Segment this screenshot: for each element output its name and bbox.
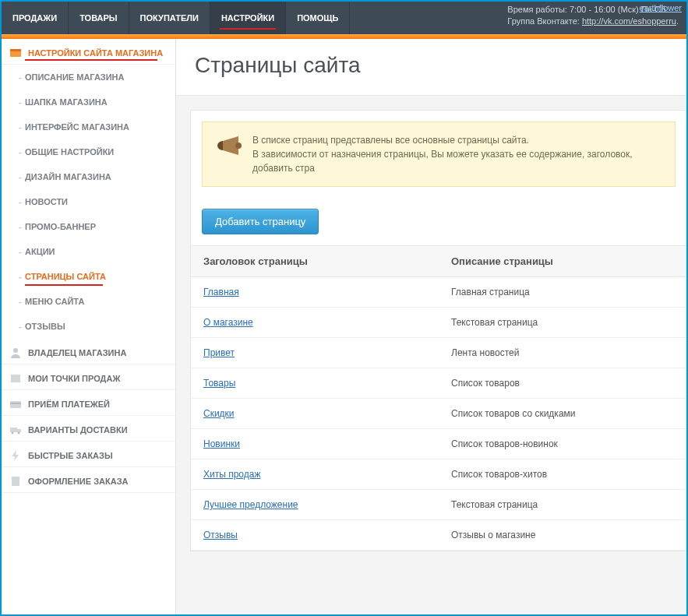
settings-icon	[9, 47, 22, 59]
sidebar-section-quick-orders[interactable]: БЫСТРЫЕ ЗАКАЗЫ	[2, 442, 175, 467]
sidebar-section-payments[interactable]: ПРИЁМ ПЛАТЕЖЕЙ	[2, 390, 175, 416]
vk-link[interactable]: http://vk.com/eshopperru	[582, 16, 676, 26]
svg-rect-10	[12, 477, 19, 486]
page-link[interactable]: О магазине	[203, 317, 253, 328]
add-page-button[interactable]: Добавить страницу	[202, 209, 319, 234]
sub-label: ШАПКА МАГАЗИНА	[25, 97, 108, 107]
col-header-desc: Описание страницы	[439, 246, 686, 277]
top-nav: ПРОДАЖИ ТОВАРЫ ПОКУПАТЕЛИ НАСТРОЙКИ ПОМО…	[2, 2, 350, 34]
section-label: МОИ ТОЧКИ ПРОДАЖ	[28, 374, 120, 383]
sidebar-item-reviews[interactable]: ОТЗЫВЫ	[2, 314, 175, 339]
page-desc: Текстовая страница	[439, 308, 686, 338]
nav-sales[interactable]: ПРОДАЖИ	[2, 2, 69, 34]
sub-label: ОБЩИЕ НАСТРОЙКИ	[25, 147, 114, 157]
nav-products[interactable]: ТОВАРЫ	[69, 2, 129, 34]
nav-label: ПРОДАЖИ	[12, 13, 57, 23]
page-link[interactable]: Привет	[203, 347, 235, 358]
vk-label: Группа Вконтакте:	[507, 16, 579, 26]
sidebar-item-header[interactable]: ШАПКА МАГАЗИНА	[2, 90, 175, 114]
sub-label: НОВОСТИ	[25, 197, 68, 206]
sidebar-item-general[interactable]: ОБЩИЕ НАСТРОЙКИ	[2, 139, 175, 164]
sidebar-item-pages[interactable]: СТРАНИЦЫ САЙТА	[2, 264, 175, 289]
nav-customers[interactable]: ПОКУПАТЕЛИ	[129, 2, 210, 34]
sidebar-section-delivery[interactable]: ВАРИАНТЫ ДОСТАВКИ	[2, 416, 175, 442]
megaphone-icon	[215, 133, 242, 157]
user-icon	[9, 347, 22, 359]
page-title: Страницы сайта	[176, 39, 686, 96]
table-row: СкидкиСписок товаров со скидками	[191, 399, 686, 429]
section-label: НАСТРОЙКИ САЙТА МАГАЗИНА	[28, 48, 163, 58]
nav-label: ПОКУПАТЕЛИ	[140, 13, 199, 23]
table-row: Хиты продажСписок товаров-хитов	[191, 459, 686, 490]
sub-label: ОТЗЫВЫ	[25, 322, 65, 331]
info-line2: В зависимости от назначения страницы, Вы…	[252, 147, 664, 175]
col-header-title: Заголовок страницы	[191, 246, 439, 277]
sidebar-item-menu[interactable]: МЕНЮ САЙТА	[2, 289, 175, 314]
main-content: Страницы сайта В списке страниц представ…	[176, 39, 686, 614]
svg-rect-6	[10, 428, 17, 432]
page-desc: Список товаров-новинок	[439, 429, 686, 459]
map-icon	[9, 372, 22, 385]
svg-rect-7	[17, 429, 21, 432]
sidebar-item-actions[interactable]: АКЦИИ	[2, 239, 175, 264]
sidebar: НАСТРОЙКИ САЙТА МАГАЗИНА ОПИСАНИЕ МАГАЗИ…	[2, 39, 176, 614]
sidebar-item-description[interactable]: ОПИСАНИЕ МАГАЗИНА	[2, 65, 175, 90]
sub-label: ПРОМО-БАННЕР	[25, 222, 96, 231]
page-link[interactable]: Лучшее предложение	[203, 499, 298, 510]
sidebar-item-promo[interactable]: ПРОМО-БАННЕР	[2, 214, 175, 239]
page-desc: Текстовая страница	[439, 490, 686, 520]
sidebar-section-site-settings[interactable]: НАСТРОЙКИ САЙТА МАГАЗИНА	[2, 39, 175, 65]
table-row: ГлавнаяГлавная страница	[191, 277, 686, 308]
info-line1: В списке страниц представлены все основн…	[252, 133, 664, 147]
sub-label: ОПИСАНИЕ МАГАЗИНА	[25, 72, 125, 82]
sidebar-section-checkout[interactable]: ОФОРМЛЕНИЕ ЗАКАЗА	[2, 467, 175, 493]
active-underline	[25, 284, 103, 286]
section-label: БЫСТРЫЕ ЗАКАЗЫ	[28, 451, 113, 460]
section-label: ОФОРМЛЕНИЕ ЗАКАЗА	[28, 477, 128, 486]
sidebar-item-design[interactable]: ДИЗАЙН МАГАЗИНА	[2, 164, 175, 189]
table-row: ОтзывыОтзывы о магазине	[191, 520, 686, 551]
active-underline	[25, 59, 157, 61]
nav-settings[interactable]: НАСТРОЙКИ	[210, 2, 286, 34]
page-link[interactable]: Новинки	[203, 438, 240, 449]
sidebar-section-pos[interactable]: МОИ ТОЧКИ ПРОДАЖ	[2, 364, 175, 390]
page-link[interactable]: Хиты продаж	[203, 469, 260, 480]
page-desc: Главная страница	[439, 277, 686, 308]
sub-label: СТРАНИЦЫ САЙТА	[25, 272, 106, 281]
pages-table: Заголовок страницы Описание страницы Гла…	[191, 246, 686, 551]
user-link[interactable]: earthflower	[640, 3, 682, 12]
table-row: ПриветЛента новостей	[191, 338, 686, 368]
page-link[interactable]: Товары	[203, 378, 235, 389]
page-desc: Лента новостей	[439, 338, 686, 368]
svg-rect-1	[10, 49, 21, 51]
table-row: Лучшее предложениеТекстовая страница	[191, 490, 686, 520]
svg-point-2	[13, 348, 18, 353]
table-row: ТоварыСписок товаров	[191, 368, 686, 399]
svg-point-8	[12, 432, 14, 435]
page-desc: Список товаров	[439, 368, 686, 399]
doc-icon	[9, 475, 22, 488]
nav-help[interactable]: ПОМОЩЬ	[286, 2, 350, 34]
page-desc: Отзывы о магазине	[439, 520, 686, 551]
sidebar-section-owner[interactable]: ВЛАДЕЛЕЦ МАГАЗИНА	[2, 339, 175, 364]
table-row: О магазинеТекстовая страница	[191, 308, 686, 338]
nav-label: ПОМОЩЬ	[297, 13, 338, 23]
page-desc: Список товаров-хитов	[439, 459, 686, 490]
sidebar-item-news[interactable]: НОВОСТИ	[2, 189, 175, 214]
page-link[interactable]: Отзывы	[203, 530, 238, 540]
bolt-icon	[9, 449, 22, 462]
card-icon	[9, 398, 22, 410]
section-label: ВАРИАНТЫ ДОСТАВКИ	[28, 425, 128, 435]
sub-label: ДИЗАЙН МАГАЗИНА	[25, 172, 111, 181]
svg-rect-4	[10, 401, 21, 408]
page-desc: Список товаров со скидками	[439, 399, 686, 429]
content-panel: В списке страниц представлены все основн…	[190, 110, 686, 551]
page-link[interactable]: Главная	[203, 287, 239, 297]
table-row: НовинкиСписок товаров-новинок	[191, 429, 686, 459]
sidebar-item-interface[interactable]: ИНТЕРФЕЙС МАГАЗИНА	[2, 114, 175, 139]
svg-rect-3	[11, 375, 20, 382]
page-link[interactable]: Скидки	[203, 408, 235, 419]
sub-label: ИНТЕРФЕЙС МАГАЗИНА	[25, 122, 129, 132]
sub-label: МЕНЮ САЙТА	[25, 297, 84, 306]
svg-point-9	[18, 432, 20, 435]
